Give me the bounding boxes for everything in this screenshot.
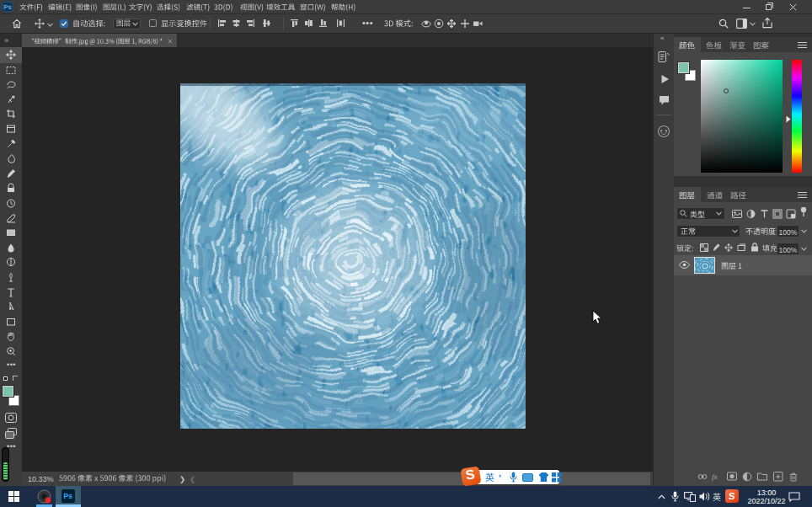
svg-text:fx: fx xyxy=(712,472,718,481)
